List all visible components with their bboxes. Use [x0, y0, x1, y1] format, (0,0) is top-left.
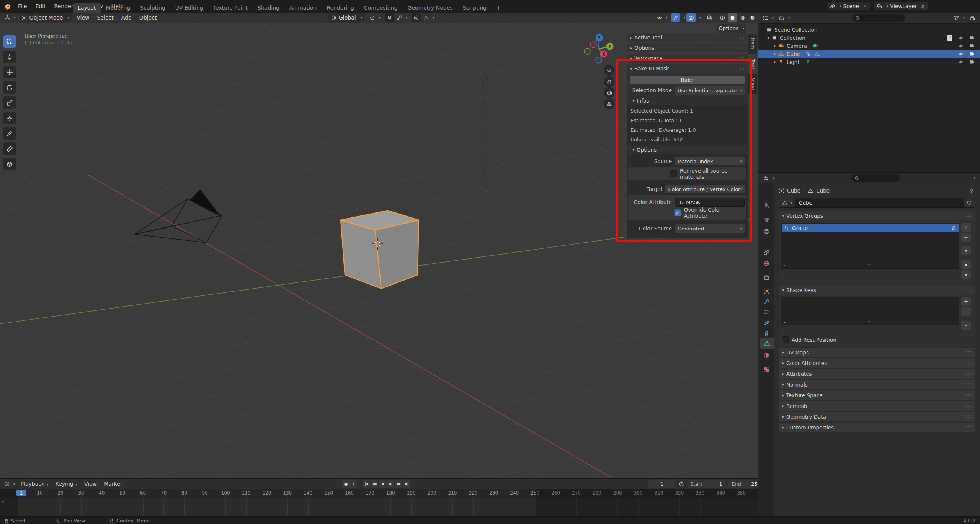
outliner-search-input[interactable]: [852, 14, 905, 22]
shading-solid-button[interactable]: [728, 13, 737, 22]
overlays-toggle[interactable]: [686, 13, 696, 22]
n-panel-tab-tool[interactable]: Tool: [748, 55, 757, 73]
tool-cursor-button[interactable]: [3, 51, 16, 63]
snap-settings-dropdown[interactable]: ▾: [395, 13, 410, 22]
bake-id-mask-panel-header[interactable]: ▾ Bake ID Mask ∷∷: [627, 64, 748, 73]
tool-scale-button[interactable]: [3, 96, 16, 109]
selection-mode-dropdown[interactable]: Use Selection, separate▾: [675, 86, 745, 95]
bake-button[interactable]: Bake: [630, 76, 745, 84]
properties-options-dropdown[interactable]: ▾: [973, 176, 975, 180]
auto-keying-dropdown[interactable]: ▾: [350, 480, 356, 488]
expand-arrow-icon[interactable]: ▸: [772, 43, 778, 48]
snap-toggle[interactable]: [385, 13, 394, 22]
nav-camera-button[interactable]: [604, 87, 614, 98]
n-panel-section-options[interactable]: ▸Options∷∷: [627, 43, 748, 52]
viewport-menu-object[interactable]: Object: [136, 15, 160, 21]
target-dropdown[interactable]: Color Attribute / Vertex Color▾: [665, 185, 745, 193]
unlink-scene-icon[interactable]: [862, 4, 867, 9]
workspace-tab-rendering[interactable]: Rendering: [322, 3, 359, 13]
bake-options-section-header[interactable]: ▾Options: [627, 145, 748, 154]
workspace-tab-geometry-nodes[interactable]: Geometry Nodes: [403, 3, 458, 13]
workspace-tab-shading[interactable]: Shading: [253, 3, 284, 13]
outliner-row-cube[interactable]: ▸Cube: [758, 50, 980, 58]
tool-move-button[interactable]: [3, 66, 16, 78]
properties-tab-modifiers[interactable]: [758, 296, 774, 307]
panel-normals[interactable]: ▸Normals∷∷: [779, 380, 975, 389]
shape-keys-panel-header[interactable]: ▾ Shape Keys ∷∷: [779, 285, 975, 295]
viewport-menu-view[interactable]: View: [73, 15, 93, 21]
collection-checkbox[interactable]: ✓: [947, 35, 952, 41]
workspace-tab-compositing[interactable]: Compositing: [359, 3, 403, 13]
tool-select-box-button[interactable]: [3, 35, 16, 48]
gizmos-toggle[interactable]: [671, 13, 680, 22]
properties-tab-scene[interactable]: [758, 247, 774, 258]
disable-in-renders-icon[interactable]: [969, 43, 975, 49]
pin-icon[interactable]: [969, 188, 974, 194]
pivot-point-dropdown[interactable]: ▾: [368, 13, 382, 22]
timeline-menu-keying[interactable]: Keying▾: [52, 481, 81, 487]
panel-uv-maps[interactable]: ▸UV Maps∷∷: [779, 348, 975, 357]
breadcrumb-object[interactable]: Cube: [787, 188, 800, 194]
move-vertex-group-up-button[interactable]: ▲: [961, 260, 971, 269]
gizmo-axis-neg-handle[interactable]: [596, 57, 602, 63]
scene-selector[interactable]: ▾ Scene: [827, 2, 870, 10]
panel-texture-space[interactable]: ▸Texture Space∷∷: [779, 390, 975, 400]
proportional-editing-toggle[interactable]: [412, 13, 421, 22]
outliner-row-light[interactable]: ▸Light: [758, 58, 980, 66]
shape-key-specials-dropdown[interactable]: ▾: [961, 321, 971, 330]
hide-in-viewport-icon[interactable]: [958, 51, 964, 57]
jump-to-next-keyframe-button[interactable]: ◆▶: [395, 480, 402, 488]
source-dropdown[interactable]: Material Index▾: [675, 157, 745, 165]
workspace-tab-animation[interactable]: Animation: [284, 3, 322, 13]
proportional-falloff-dropdown[interactable]: ▾: [421, 13, 436, 22]
disable-in-renders-icon[interactable]: [969, 51, 975, 57]
properties-tab-particles[interactable]: [758, 307, 774, 317]
outliner-filter-dropdown[interactable]: ▾: [952, 14, 967, 22]
viewport-3d[interactable]: ▾Object Mode▾ViewSelectAddObjectGlobal▾▾…: [0, 13, 758, 478]
viewlayer-selector[interactable]: ▾ ViewLayer: [874, 2, 928, 10]
current-frame-field[interactable]: 1: [648, 480, 676, 488]
panel-grip-handle[interactable]: ∷∷: [966, 403, 972, 408]
tool-transform-button[interactable]: [3, 112, 16, 124]
remove-vertex-group-button[interactable]: −: [961, 233, 971, 242]
n-panel-section-active-tool[interactable]: ▸Active Tool∷∷: [627, 33, 748, 42]
properties-tab-physics[interactable]: [758, 317, 774, 328]
panel-grip-handle[interactable]: ∷∷: [738, 66, 745, 71]
color-attribute-input[interactable]: ID_MASK: [675, 198, 745, 207]
properties-tab-render[interactable]: [758, 215, 774, 225]
play-reverse-button[interactable]: ◀: [379, 480, 386, 488]
properties-tab-data[interactable]: [760, 338, 774, 349]
shading-material-button[interactable]: [738, 13, 747, 22]
outliner-row-camera[interactable]: ▸Camera: [758, 42, 980, 50]
remove-shape-key-button[interactable]: −: [961, 307, 971, 316]
viewport-options-button[interactable]: Options▾: [717, 24, 746, 33]
menu-file[interactable]: File: [14, 0, 31, 13]
transform-orientation-dropdown[interactable]: Global▾: [328, 13, 365, 22]
panel-grip-handle[interactable]: ∷∷: [966, 414, 972, 419]
editor-type-button[interactable]: ▾: [2, 13, 18, 22]
properties-tab-object[interactable]: [758, 286, 774, 296]
infos-section-header[interactable]: ▾Infos: [627, 96, 748, 105]
nav-perspective-button[interactable]: [604, 98, 614, 109]
outliner-row-scene-collection[interactable]: Scene Collection: [758, 26, 980, 34]
shading-rendered-button[interactable]: [748, 13, 757, 22]
properties-search-input[interactable]: [851, 174, 900, 182]
list-filter-arrow-icon[interactable]: ▸: [784, 320, 786, 324]
jump-to-prev-keyframe-button[interactable]: ◀◆: [371, 480, 378, 488]
hide-in-viewport-icon[interactable]: [958, 43, 964, 49]
shield-fake-user-icon[interactable]: [967, 200, 972, 206]
copy-viewlayer-icon[interactable]: [920, 4, 925, 9]
jump-to-end-button[interactable]: ▶|: [403, 480, 410, 488]
playhead[interactable]: 1: [16, 490, 26, 496]
timeline-editor-type-button[interactable]: ▾: [2, 480, 17, 488]
vertex-group-item-group[interactable]: Group: [782, 224, 959, 232]
timeline-menu-marker[interactable]: Marker: [100, 481, 126, 487]
workspace-tab-uv-editing[interactable]: UV Editing: [170, 3, 208, 13]
color-source-dropdown[interactable]: Generated▾: [675, 224, 745, 233]
hide-in-viewport-icon[interactable]: [958, 35, 964, 41]
properties-editor-type-button[interactable]: ▾: [761, 174, 776, 182]
remove-source-materials-checkbox[interactable]: [670, 170, 677, 177]
outliner-display-mode-dropdown[interactable]: ▾: [761, 14, 776, 22]
list-filter-arrow-icon[interactable]: ▸: [784, 263, 786, 268]
nav-zoom-button[interactable]: [604, 65, 614, 76]
